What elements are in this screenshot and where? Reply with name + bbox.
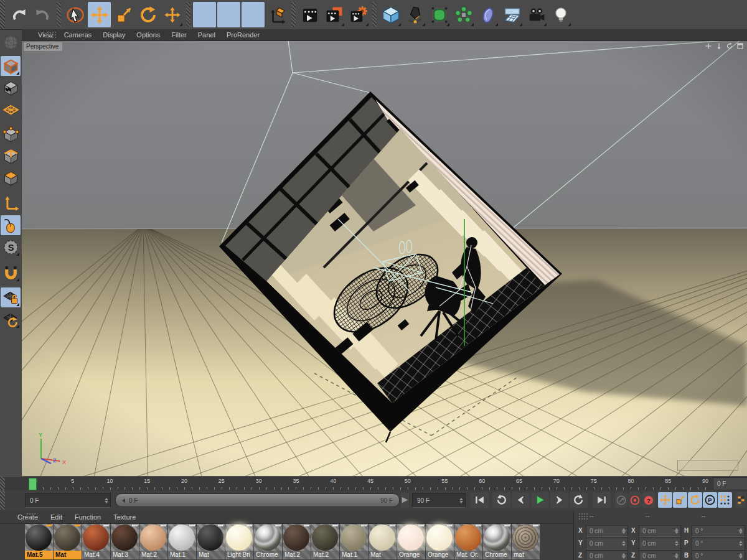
record-keyframe-icon[interactable] <box>629 492 641 508</box>
material-preview-sphere[interactable] <box>197 525 223 551</box>
timeline-playhead[interactable] <box>29 478 37 490</box>
add-cube-icon[interactable] <box>379 2 402 27</box>
material-preview-sphere[interactable] <box>226 525 252 551</box>
edges-mode-icon[interactable] <box>1 146 21 166</box>
material-preview-sphere[interactable] <box>341 525 367 551</box>
menu-filter[interactable]: Filter <box>171 31 186 39</box>
current-frame-box[interactable]: 0 F <box>713 477 747 490</box>
move-icon[interactable] <box>88 2 111 27</box>
material-menu-texture[interactable]: Texture <box>113 513 136 521</box>
menu-options[interactable]: Options <box>136 31 160 39</box>
material-tile[interactable]: mat <box>512 524 540 559</box>
range-expand-button[interactable] <box>401 492 409 508</box>
lock-y-icon[interactable] <box>217 2 240 27</box>
material-preview-sphere[interactable] <box>140 525 166 551</box>
material-tile[interactable]: Mat.4 <box>82 524 110 559</box>
rotate-workplane-icon[interactable] <box>1 309 21 329</box>
material-tile[interactable]: Mat.5 <box>25 524 53 559</box>
material-menu-function[interactable]: Function <box>75 513 101 521</box>
array-generator-icon[interactable] <box>452 2 475 27</box>
coords-header[interactable]: -- <box>702 513 706 520</box>
material-tile[interactable]: Mat.3 <box>111 524 139 559</box>
redo-icon[interactable] <box>31 2 54 27</box>
toolbar-grip[interactable] <box>0 0 5 29</box>
material-preview-sphere[interactable] <box>169 525 195 551</box>
texture-mode-icon[interactable] <box>1 78 21 98</box>
material-menu-edit[interactable]: Edit <box>50 513 62 521</box>
model-mode-icon[interactable] <box>1 56 21 76</box>
rotate-view-icon[interactable] <box>725 42 734 50</box>
coords-field[interactable]: 0 cm <box>639 550 681 560</box>
material-preview-sphere[interactable] <box>26 525 52 551</box>
coords-field[interactable]: 0 ° <box>692 525 745 537</box>
lock-z-icon[interactable] <box>242 2 265 27</box>
render-picture-viewer-icon[interactable] <box>322 2 345 27</box>
pen-spline-icon[interactable] <box>403 2 426 27</box>
frame-field[interactable]: 0 F <box>25 493 111 508</box>
track-panel-icon[interactable] <box>736 492 746 508</box>
points-mode-icon[interactable] <box>1 124 21 144</box>
live-selection-icon[interactable] <box>63 2 87 27</box>
viewport-menu-grip[interactable] <box>47 31 57 39</box>
material-tile[interactable]: Mat.1 <box>340 524 368 559</box>
menu-cameras[interactable]: Cameras <box>64 31 92 39</box>
lock-x-icon[interactable] <box>193 2 216 27</box>
next-key-icon[interactable] <box>550 492 568 508</box>
end-frame-field[interactable]: 90 F <box>412 493 466 508</box>
coords-grip[interactable] <box>578 513 588 520</box>
undo-icon[interactable] <box>7 2 30 27</box>
material-preview-sphere[interactable] <box>111 525 138 551</box>
subdivision-surface-icon[interactable] <box>428 2 451 27</box>
magnet-snap-icon[interactable] <box>1 263 21 282</box>
coords-field[interactable]: 0 cm <box>639 525 681 537</box>
perspective-viewport[interactable]: Y X Z Perspective <box>22 41 747 476</box>
coords-field[interactable]: 0 cm <box>639 538 681 549</box>
render-settings-icon[interactable] <box>347 2 370 27</box>
goto-end-icon[interactable] <box>593 492 611 508</box>
play-forward-icon[interactable] <box>531 492 549 508</box>
key-rotation-icon[interactable] <box>688 492 702 508</box>
coord-system-icon[interactable] <box>266 2 289 27</box>
material-tile[interactable]: Orange <box>397 524 425 559</box>
coords-field[interactable]: 0 cm <box>586 525 628 537</box>
record-disabled-icon[interactable] <box>615 492 627 508</box>
frame-stepper[interactable] <box>103 498 110 503</box>
key-parameter-icon[interactable]: P <box>703 492 717 508</box>
key-pla-icon[interactable] <box>718 492 732 508</box>
material-tile[interactable]: Mat <box>369 524 397 559</box>
material-preview-sphere[interactable] <box>426 525 453 551</box>
material-preview-sphere[interactable] <box>484 525 510 551</box>
rotate-icon[interactable] <box>136 2 159 27</box>
last-tool-icon[interactable] <box>161 2 184 27</box>
material-preview-sphere[interactable] <box>255 525 281 551</box>
loop-icon[interactable] <box>570 492 588 508</box>
timeline-ruler[interactable]: 051015202530354045505560657075808590 0 F <box>0 476 747 492</box>
end-frame-stepper[interactable] <box>458 498 465 503</box>
menu-prorender[interactable]: ProRender <box>227 31 260 39</box>
lock-workplane-icon[interactable] <box>1 287 21 307</box>
material-tile[interactable]: Mat <box>54 524 82 559</box>
material-tile[interactable]: Mat.1 <box>168 524 196 559</box>
material-tile[interactable]: Chrome <box>254 524 282 559</box>
toggle-view-icon[interactable] <box>736 42 745 50</box>
floor-environment-icon[interactable] <box>500 2 524 27</box>
material-tile[interactable]: Mat <box>197 524 225 559</box>
pan-view-icon[interactable] <box>704 42 713 50</box>
material-tile[interactable]: Mat.2 <box>139 524 167 559</box>
material-tile[interactable]: Mat. Or. <box>454 524 482 559</box>
material-preview-sphere[interactable] <box>54 525 80 551</box>
snap-s-icon[interactable]: S <box>1 237 21 257</box>
coords-field[interactable]: 0 cm <box>586 538 628 549</box>
menu-display[interactable]: Display <box>103 31 125 39</box>
play-backward-icon[interactable] <box>492 492 510 508</box>
material-tile[interactable]: Orange <box>426 524 454 559</box>
axis-mode-icon[interactable] <box>1 194 21 213</box>
light-icon[interactable] <box>549 2 572 27</box>
coords-field[interactable]: 0 cm <box>586 550 628 560</box>
key-position-icon[interactable] <box>658 492 672 508</box>
coords-header[interactable]: -- <box>646 513 650 520</box>
coords-field[interactable]: 0 ° <box>692 550 745 560</box>
material-preview-sphere[interactable] <box>398 525 424 551</box>
material-preview-sphere[interactable] <box>283 525 309 551</box>
material-tile[interactable]: Mat.2 <box>283 524 311 559</box>
